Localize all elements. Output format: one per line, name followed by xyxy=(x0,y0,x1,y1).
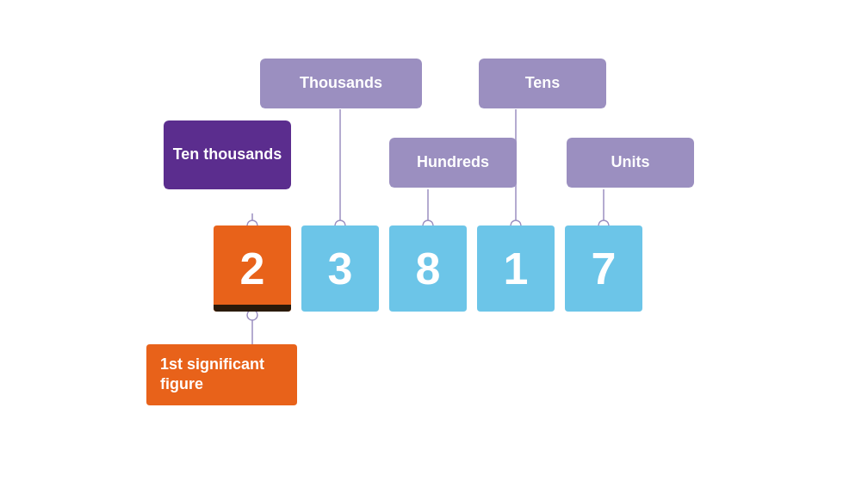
place-value-diagram: Ten thousands Thousands Hundreds Tens Un… xyxy=(0,0,868,488)
digit-1: 1 xyxy=(477,225,555,312)
digit-7: 7 xyxy=(565,225,642,312)
units-label: Units xyxy=(567,138,694,188)
digit-bar xyxy=(214,305,291,312)
tens-label: Tens xyxy=(479,59,606,108)
hundreds-label: Hundreds xyxy=(389,138,517,188)
digit-2: 2 xyxy=(214,225,291,312)
digit-3: 3 xyxy=(301,225,379,312)
first-significant-figure-label: 1st significant figure xyxy=(146,344,297,405)
digit-8: 8 xyxy=(389,225,467,312)
ten-thousands-label: Ten thousands xyxy=(164,120,291,189)
thousands-label: Thousands xyxy=(260,59,422,108)
